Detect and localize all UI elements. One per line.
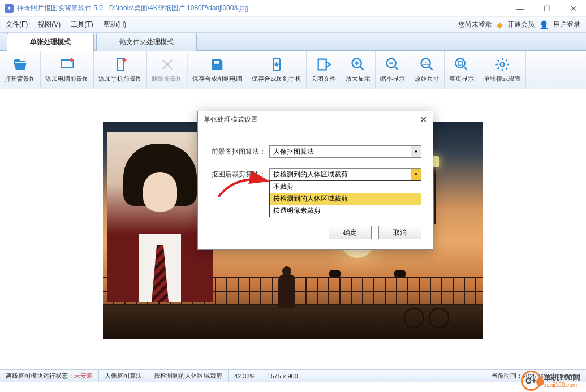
crop-option-none[interactable]: 不裁剪 bbox=[270, 181, 421, 193]
tool-zoom-in[interactable]: 放大显示 bbox=[341, 51, 376, 89]
original-size-icon: 1:1 bbox=[419, 57, 435, 72]
close-button[interactable]: ✕ bbox=[566, 3, 581, 14]
svg-point-9 bbox=[501, 63, 505, 67]
chevron-down-icon: ▼ bbox=[411, 169, 421, 180]
add-phone-icon bbox=[113, 57, 128, 72]
tool-close-file[interactable]: 关闭文件 bbox=[307, 51, 341, 89]
zoom-out-icon bbox=[385, 57, 400, 72]
delete-icon bbox=[160, 57, 175, 72]
tab-single-mode[interactable]: 单张处理模式 bbox=[7, 33, 94, 51]
tool-fit-page[interactable]: 整页显示 bbox=[445, 51, 479, 89]
close-file-icon bbox=[316, 57, 331, 72]
tool-zoom-out[interactable]: 缩小显示 bbox=[376, 51, 410, 89]
watermark-url: danji100.com bbox=[544, 382, 580, 388]
crop-algo-value: 按检测到的人体区域裁剪 bbox=[273, 170, 348, 179]
menu-bar: 文件(F) 视图(V) 工具(T) 帮助(H) 您尚未登录 ◆ 开通会员 👤 用… bbox=[0, 17, 586, 33]
tool-original-size[interactable]: 1:1 原始尺寸 bbox=[410, 51, 445, 89]
svg-rect-8 bbox=[458, 61, 462, 65]
svg-point-7 bbox=[456, 59, 465, 68]
tool-open-bg[interactable]: 打开背景图 bbox=[0, 51, 41, 89]
fg-algo-label: 前景图抠图算法： bbox=[209, 147, 266, 157]
tool-delete-fg: 删除前景图 bbox=[147, 51, 188, 89]
user-login-link[interactable]: 用户登录 bbox=[553, 20, 580, 29]
status-offline: 离线抠图模块运行状态： 未安装 bbox=[0, 370, 99, 382]
status-bar: 离线抠图模块运行状态： 未安装 人像抠图算法 按检测到的人体区域裁剪 42.33… bbox=[0, 369, 586, 382]
menu-view[interactable]: 视图(V) bbox=[38, 20, 61, 29]
fg-algo-value: 人像抠图算法 bbox=[273, 147, 314, 157]
title-bar: ✦ 神奇照片抠图换背景软件 5.0 - D:\tools\桌面\4K壁纸图片 1… bbox=[0, 0, 586, 17]
maximize-button[interactable]: ☐ bbox=[539, 3, 555, 14]
open-member-link[interactable]: 开通会员 bbox=[507, 20, 535, 29]
menu-help[interactable]: 帮助(H) bbox=[104, 20, 127, 29]
tool-save-pc[interactable]: 保存合成图到电脑 bbox=[188, 51, 247, 89]
watermark-name: 单机100网 bbox=[544, 373, 580, 382]
crop-algo-label: 抠图后裁剪算法： bbox=[209, 170, 266, 179]
svg-text:1:1: 1:1 bbox=[423, 61, 429, 66]
toolbar: 打开背景图 添加电脑前景图 添加手机前景图 删除前景图 保存合成图到电脑 保存合… bbox=[0, 51, 586, 89]
diamond-icon: ◆ bbox=[497, 20, 503, 29]
status-zoom: 42.33% bbox=[229, 370, 261, 382]
status-dims: 1575 x 900 bbox=[261, 370, 304, 382]
watermark: G+ 单机100网 danji100.com bbox=[521, 369, 580, 392]
status-crop: 按检测到的人体区域裁剪 bbox=[148, 370, 229, 382]
status-algo: 人像抠图算法 bbox=[99, 370, 148, 382]
window-title: 神奇照片抠图换背景软件 5.0 - D:\tools\桌面\4K壁纸图片 108… bbox=[17, 3, 512, 13]
menu-file[interactable]: 文件(F) bbox=[6, 20, 28, 29]
settings-dialog: 单张处理模式设置 ✕ 前景图抠图算法： 人像抠图算法 ▼ 抠图后裁剪算法： 按检… bbox=[197, 111, 433, 250]
ok-button[interactable]: 确定 bbox=[329, 226, 372, 239]
tool-add-phone-fg[interactable]: 添加手机前景图 bbox=[94, 51, 147, 89]
zoom-in-icon bbox=[350, 57, 366, 72]
user-icon: 👤 bbox=[539, 20, 549, 29]
window-controls: — ☐ ✕ bbox=[512, 3, 581, 14]
app-icon: ✦ bbox=[5, 4, 14, 13]
minimize-button[interactable]: — bbox=[512, 3, 529, 14]
fit-page-icon bbox=[454, 57, 469, 72]
crop-option-alpha[interactable]: 按透明像素裁剪 bbox=[270, 205, 421, 217]
tool-add-pc-fg[interactable]: 添加电脑前景图 bbox=[41, 51, 94, 89]
gear-icon bbox=[494, 57, 510, 72]
add-pc-icon bbox=[59, 57, 75, 72]
tab-folder-mode[interactable]: 热文件夹处理模式 bbox=[96, 33, 197, 51]
dialog-titlebar: 单张处理模式设置 ✕ bbox=[198, 111, 433, 128]
fg-algo-select[interactable]: 人像抠图算法 ▼ bbox=[269, 145, 421, 158]
chevron-down-icon: ▼ bbox=[411, 146, 421, 157]
menu-tools[interactable]: 工具(T) bbox=[71, 20, 93, 29]
tool-single-settings[interactable]: 单张模式设置 bbox=[479, 51, 526, 89]
folder-open-icon bbox=[12, 57, 28, 72]
watermark-icon: G+ bbox=[521, 371, 541, 391]
crop-option-body[interactable]: 按检测到的人体区域裁剪 bbox=[270, 193, 421, 205]
tool-save-phone[interactable]: 保存合成图到手机 bbox=[247, 51, 307, 89]
save-pc-icon bbox=[209, 57, 225, 72]
dialog-title-text: 单张处理模式设置 bbox=[204, 115, 258, 124]
crop-algo-select[interactable]: 按检测到的人体区域裁剪 ▼ bbox=[269, 168, 421, 180]
crop-algo-dropdown: 不裁剪 按检测到的人体区域裁剪 按透明像素裁剪 bbox=[269, 180, 421, 217]
mode-tabs: 单张处理模式 热文件夹处理模式 bbox=[0, 33, 586, 51]
cancel-button[interactable]: 取消 bbox=[378, 226, 421, 239]
login-status: 您尚未登录 bbox=[458, 20, 492, 29]
save-phone-icon bbox=[269, 57, 285, 72]
dialog-close-button[interactable]: ✕ bbox=[420, 114, 427, 125]
